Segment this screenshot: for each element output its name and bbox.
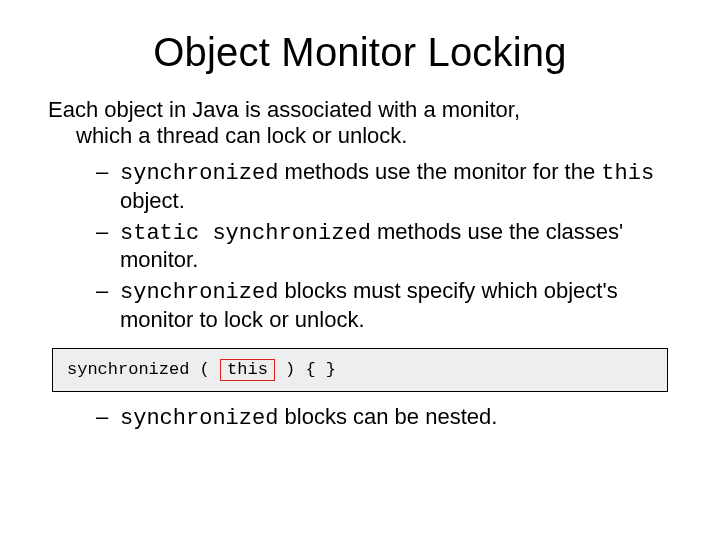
bullet-4: synchronized blocks can be nested. [96,404,672,437]
bullet-1-text-2: object. [120,188,185,213]
bullet-4-text: blocks can be nested. [278,404,497,429]
bullet-3-kw: synchronized [120,280,278,305]
code-box: synchronized ( this ) { } [52,348,668,393]
bullet-2: static synchronized methods use the clas… [96,219,672,279]
intro-line-2: which a thread can lock or unlock. [48,123,407,148]
intro-text: Each object in Java is associated with a… [48,97,672,149]
slide: Object Monitor Locking Each object in Ja… [0,0,720,437]
bullet-2-kw: static synchronized [120,221,371,246]
code-post: ) { } [275,360,336,379]
bullet-1: synchronized methods use the monitor for… [96,159,672,219]
intro-line-1: Each object in Java is associated with a… [48,97,520,122]
bullet-3: synchronized blocks must specify which o… [96,278,672,338]
bullet-1-text-1: methods use the monitor for the [278,159,601,184]
bullet-list: synchronized methods use the monitor for… [48,159,672,338]
code-pre: synchronized ( [67,360,220,379]
bullet-list-2: synchronized blocks can be nested. [48,404,672,437]
slide-title: Object Monitor Locking [48,30,672,75]
code-highlight-this: this [220,359,275,382]
bullet-4-kw: synchronized [120,406,278,431]
bullet-1-kw2: this [601,161,654,186]
bullet-1-kw: synchronized [120,161,278,186]
